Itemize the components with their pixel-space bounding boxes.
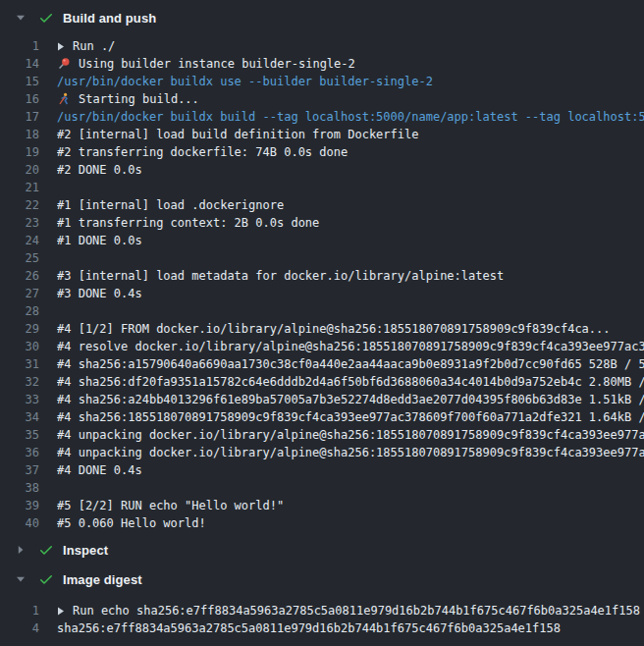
line-number-link[interactable]: 28 <box>0 302 39 320</box>
line-number-link[interactable]: 15 <box>0 73 39 90</box>
check-icon <box>38 542 54 558</box>
log-line: 30#4 resolve docker.io/library/alpine@sh… <box>0 338 644 355</box>
line-number-link[interactable]: 1 <box>0 37 39 55</box>
line-number-link[interactable]: 4 <box>0 619 39 637</box>
line-number-link[interactable]: 17 <box>0 108 39 126</box>
log-line: 36#4 unpacking docker.io/library/alpine@… <box>0 444 644 461</box>
log-text: #4 sha256:df20fa9351a15782c64e6dddb2d4a6… <box>57 373 644 391</box>
line-number-link[interactable]: 38 <box>0 479 39 497</box>
log-line: 23#1 transferring context: 2B 0.0s done <box>0 214 644 232</box>
runner-icon <box>57 92 71 106</box>
log-line: 1Run echo sha256:e7ff8834a5963a2785c5a08… <box>0 602 644 619</box>
step-inspect: Inspect <box>0 536 644 564</box>
line-number-link[interactable]: 14 <box>0 55 39 73</box>
log-line-content: #4 [1/2] FROM docker.io/library/alpine@s… <box>57 320 644 338</box>
log-line: 29#4 [1/2] FROM docker.io/library/alpine… <box>0 320 644 338</box>
line-number-link[interactable]: 33 <box>0 391 39 408</box>
expand-group-icon[interactable] <box>57 607 73 616</box>
line-number-link[interactable]: 22 <box>0 196 39 214</box>
log-line: 28 <box>0 302 644 320</box>
log-line: 32#4 sha256:df20fa9351a15782c64e6dddb2d4… <box>0 373 644 391</box>
log-line-content: Using builder instance builder-single-2 <box>57 55 644 73</box>
log-line-content <box>57 302 644 320</box>
log-line-content: #4 DONE 0.4s <box>57 461 644 479</box>
log-line: 40#5 0.060 Hello world! <box>0 514 644 532</box>
log-line: 38 <box>0 479 644 497</box>
log-line-content: sha256:e7ff8834a5963a2785c5a0811e979d16b… <box>57 619 644 637</box>
log-text: #4 unpacking docker.io/library/alpine@sh… <box>57 426 644 444</box>
line-number-link[interactable]: 24 <box>0 232 39 249</box>
line-number-link[interactable]: 32 <box>0 373 39 391</box>
log-line: 16Starting build... <box>0 90 644 108</box>
log-line-content: #1 [internal] load .dockerignore <box>57 196 644 214</box>
line-number-link[interactable]: 20 <box>0 161 39 179</box>
line-number-link[interactable]: 23 <box>0 214 39 232</box>
line-number-link[interactable]: 30 <box>0 338 39 355</box>
log-line: 22#1 [internal] load .dockerignore <box>0 196 644 214</box>
log-line-content: #4 resolve docker.io/library/alpine@sha2… <box>57 338 644 355</box>
log-line-content: #3 DONE 0.4s <box>57 285 644 302</box>
log-line: 20#2 DONE 0.0s <box>0 161 644 179</box>
line-number-link[interactable]: 16 <box>0 90 39 108</box>
line-number-link[interactable]: 21 <box>0 179 39 196</box>
log-line-content: #4 unpacking docker.io/library/alpine@sh… <box>57 444 644 461</box>
log-text: #4 resolve docker.io/library/alpine@sha2… <box>57 338 644 355</box>
line-number-link[interactable]: 19 <box>0 143 39 161</box>
log-line-content: #4 sha256:a24bb4013296f61e89ba57005a7b3e… <box>57 391 644 408</box>
log-text: #4 unpacking docker.io/library/alpine@sh… <box>57 444 644 461</box>
line-number-link[interactable]: 36 <box>0 444 39 461</box>
log-line-content: Starting build... <box>57 90 644 108</box>
line-number-link[interactable]: 27 <box>0 285 39 302</box>
log-text: #1 transferring context: 2B 0.0s done <box>57 214 319 232</box>
line-number-link[interactable]: 26 <box>0 267 39 285</box>
line-number-link[interactable]: 29 <box>0 320 39 338</box>
pushpin-icon <box>57 57 71 71</box>
line-number-link[interactable]: 35 <box>0 426 39 444</box>
log-line: 18#2 [internal] load build definition fr… <box>0 126 644 143</box>
step-header-inspect[interactable]: Inspect <box>0 536 644 564</box>
log-line-content: #5 [2/2] RUN echo "Hello world!" <box>57 497 644 514</box>
log-line-content: #3 [internal] load metadata for docker.i… <box>57 267 644 285</box>
step-title: Build and push <box>63 11 156 26</box>
log-text: #1 DONE 0.0s <box>57 232 142 249</box>
chevron-down-icon <box>16 574 26 584</box>
log-line: 26#3 [internal] load metadata for docker… <box>0 267 644 285</box>
line-number-link[interactable]: 40 <box>0 514 39 532</box>
step-title: Image digest <box>63 572 142 587</box>
line-number-link[interactable]: 37 <box>0 461 39 479</box>
line-number-link[interactable]: 25 <box>0 249 39 267</box>
log-text: #4 DONE 0.4s <box>57 461 142 479</box>
log-line-content: /usr/bin/docker buildx use --builder bui… <box>57 73 644 90</box>
line-number-link[interactable]: 31 <box>0 355 39 373</box>
log-line-content: #1 transferring context: 2B 0.0s done <box>57 214 644 232</box>
check-icon <box>38 10 54 26</box>
log-line: 24#1 DONE 0.0s <box>0 232 644 249</box>
step-logs-build-and-push: 1Run ./14Using builder instance builder-… <box>0 31 644 536</box>
log-text: sha256:e7ff8834a5963a2785c5a0811e979d16b… <box>57 619 561 637</box>
line-number-link[interactable]: 1 <box>0 602 39 619</box>
log-line-content: #4 sha256:185518070891758909c9f839cf4ca3… <box>57 408 644 426</box>
log-text: Run echo sha256:e7ff8834a5963a2785c5a081… <box>73 602 640 619</box>
log-line: 17/usr/bin/docker buildx build --tag loc… <box>0 108 644 126</box>
line-number-link[interactable]: 34 <box>0 408 39 426</box>
step-header-image-digest[interactable]: Image digest <box>0 565 644 593</box>
log-line-content <box>57 479 644 497</box>
log-text: #4 sha256:a24bb4013296f61e89ba57005a7b3e… <box>57 391 644 408</box>
log-line: 15/usr/bin/docker buildx use --builder b… <box>0 73 644 90</box>
chevron-right-icon <box>16 545 26 555</box>
log-line-content: #2 transferring dockerfile: 74B 0.0s don… <box>57 143 644 161</box>
line-number-link[interactable]: 18 <box>0 126 39 143</box>
log-line: 25 <box>0 249 644 267</box>
log-text: #3 [internal] load metadata for docker.i… <box>57 267 504 285</box>
log-line: 33#4 sha256:a24bb4013296f61e89ba57005a7b… <box>0 391 644 408</box>
log-line-content: #2 DONE 0.0s <box>57 161 644 179</box>
log-line: 39#5 [2/2] RUN echo "Hello world!" <box>0 497 644 514</box>
expand-group-icon[interactable] <box>57 42 73 51</box>
line-number-link[interactable]: 39 <box>0 497 39 514</box>
log-text: #3 DONE 0.4s <box>57 285 142 302</box>
log-line: 19#2 transferring dockerfile: 74B 0.0s d… <box>0 143 644 161</box>
step-header-build-and-push[interactable]: Build and push <box>0 4 644 31</box>
log-line: 21 <box>0 179 644 196</box>
log-line-content: #4 sha256:a15790640a6690aa1730c38cf0a440… <box>57 355 644 373</box>
log-text: Starting build... <box>79 90 199 108</box>
